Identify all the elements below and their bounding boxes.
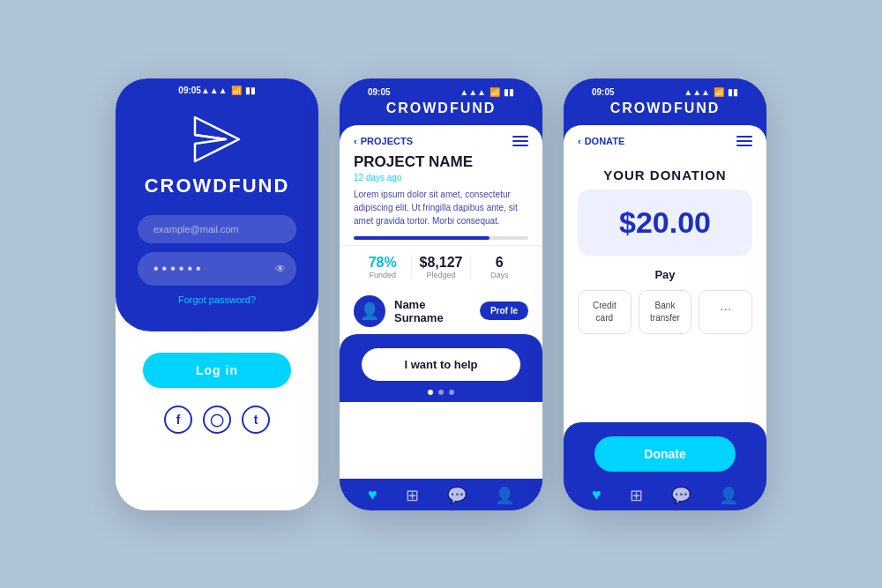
profile-button[interactable]: Prof le (480, 301, 528, 320)
progress-fill (354, 236, 490, 240)
instagram-icon[interactable]: ◯ (203, 406, 231, 434)
status-bar-1: 09:05 ▲▲▲ 📶 ▮▮ (164, 78, 269, 99)
status-bar-2: 09:05 ▲▲▲ 📶 ▮▮ (354, 80, 528, 100)
nav-chat-icon-3[interactable]: 💬 (671, 486, 691, 505)
wifi-icon-3: 📶 (714, 87, 724, 97)
nav-chat-icon[interactable]: 💬 (447, 486, 467, 505)
donate-nav-label: DONATE (585, 136, 625, 146)
nav-heart-icon[interactable]: ♥ (368, 486, 377, 505)
funded-label: Funded (354, 271, 411, 279)
email-field[interactable] (138, 215, 296, 243)
pledged-label: Pledged (412, 271, 469, 279)
carousel-dots (428, 390, 454, 395)
brand-title-1: CROWDFUND (145, 175, 290, 197)
hamburger-icon[interactable] (512, 136, 528, 146)
status-icons-1: ▲▲▲ 📶 ▮▮ (201, 86, 256, 95)
login-bottom-section: Log in f ◯ t (116, 331, 318, 510)
back-button-donate[interactable]: ‹ DONATE (578, 136, 624, 146)
bottom-nav-2: ♥ ⊞ 💬 👤 (340, 479, 542, 510)
nav-grid-icon[interactable]: ⊞ (406, 486, 419, 505)
pay-credit-card[interactable]: Creditcard (578, 290, 632, 334)
funded-value: 78% (354, 255, 411, 271)
bottom-nav-3: ♥ ⊞ 💬 👤 (564, 479, 766, 510)
project-bottom-card: I want to help (340, 334, 542, 402)
donate-bottom-card: Donate (564, 422, 766, 479)
signal-icon-3: ▲▲▲ (684, 87, 710, 97)
projects-label: PROJECTS (361, 136, 413, 146)
eye-icon[interactable]: 👁 (275, 263, 286, 275)
phone-project: 09:05 ▲▲▲ 📶 ▮▮ CROWDFUND ‹ PROJECTS (340, 78, 542, 510)
project-content: ‹ PROJECTS PROJECT NAME 12 days ago Lore… (340, 125, 542, 479)
paper-plane-icon (191, 113, 243, 166)
password-wrapper: 👁 (138, 252, 296, 286)
pledged-value: $8,127 (412, 255, 469, 271)
days-label: Days (471, 271, 528, 279)
brand-title-3: CROWDFUND (578, 100, 752, 116)
donate-header: 09:05 ▲▲▲ 📶 ▮▮ CROWDFUND (564, 78, 766, 125)
donate-content: ‹ DONATE YOUR DONATION $20.00 Pay Credit… (564, 125, 766, 479)
time-3: 09:05 (592, 87, 615, 97)
avatar: 👤 (354, 295, 385, 327)
back-button-project[interactable]: ‹ PROJECTS (354, 136, 413, 146)
progress-bar-container (340, 236, 542, 245)
time-2: 09:05 (368, 87, 391, 97)
want-help-button[interactable]: I want to help (362, 348, 520, 381)
social-icons: f ◯ t (164, 406, 270, 434)
project-description: Lorem ipsum dolor sit amet, consectetur … (340, 188, 542, 236)
dot-1 (428, 390, 433, 395)
password-field[interactable] (138, 252, 296, 286)
wifi-icon-1: 📶 (231, 86, 242, 95)
pay-more[interactable]: ··· (699, 290, 752, 334)
phone-donate: 09:05 ▲▲▲ 📶 ▮▮ CROWDFUND ‹ DONATE (564, 78, 766, 510)
user-avatar-icon: 👤 (360, 301, 379, 321)
nav-heart-icon-3[interactable]: ♥ (592, 486, 602, 505)
chevron-left-icon-3: ‹ (578, 136, 581, 146)
pay-label: Pay (564, 268, 766, 281)
time-1: 09:05 (178, 86, 201, 95)
progress-background (354, 236, 528, 240)
login-button[interactable]: Log in (143, 353, 291, 388)
battery-icon-2: ▮▮ (504, 87, 514, 97)
nav-user-icon-3[interactable]: 👤 (719, 486, 738, 505)
nav-grid-icon-3[interactable]: ⊞ (630, 486, 643, 505)
pledged-stat: $8,127 Pledged (412, 255, 470, 279)
dot-3 (449, 390, 454, 395)
nav-user-icon[interactable]: 👤 (495, 486, 514, 505)
hamburger-icon-3[interactable] (736, 136, 752, 146)
phone-login: 09:05 ▲▲▲ 📶 ▮▮ CROWDFUND (116, 78, 318, 510)
wifi-icon-2: 📶 (490, 87, 500, 97)
status-icons-3: ▲▲▲ 📶 ▮▮ (684, 87, 738, 97)
project-nav: ‹ PROJECTS (340, 125, 542, 153)
days-stat: 6 Days (471, 255, 528, 279)
project-title: PROJECT NAME (340, 153, 542, 173)
project-header: 09:05 ▲▲▲ 📶 ▮▮ CROWDFUND (340, 78, 542, 125)
battery-icon-3: ▮▮ (728, 87, 738, 97)
status-icons-2: ▲▲▲ 📶 ▮▮ (460, 87, 514, 97)
svg-marker-0 (195, 117, 239, 161)
twitter-icon[interactable]: t (242, 406, 270, 434)
more-options-icon: ··· (708, 300, 743, 319)
brand-title-2: CROWDFUND (354, 100, 528, 116)
user-name: Name Surname (394, 298, 471, 324)
signal-icon-2: ▲▲▲ (460, 87, 486, 97)
project-date: 12 days ago (340, 173, 542, 188)
login-top-section: 09:05 ▲▲▲ 📶 ▮▮ CROWDFUND (116, 78, 318, 331)
donation-amount: $20.00 (595, 205, 735, 240)
donation-amount-box: $20.00 (578, 190, 752, 256)
battery-icon-1: ▮▮ (245, 86, 256, 95)
donation-title: YOUR DONATION (564, 153, 766, 190)
status-bar-3: 09:05 ▲▲▲ 📶 ▮▮ (578, 80, 752, 100)
phones-container: 09:05 ▲▲▲ 📶 ▮▮ CROWDFUND (98, 61, 784, 528)
dot-2 (438, 390, 444, 395)
pay-bank-transfer[interactable]: Banktransfer (639, 290, 692, 334)
chevron-left-icon: ‹ (354, 136, 357, 146)
signal-icon-1: ▲▲▲ (201, 86, 228, 95)
pay-options: Creditcard Banktransfer ··· (564, 290, 766, 346)
donate-nav: ‹ DONATE (564, 125, 766, 153)
stats-row: 78% Funded $8,127 Pledged 6 Days (340, 245, 542, 288)
svg-line-1 (195, 135, 226, 139)
donate-button[interactable]: Donate (594, 436, 736, 472)
facebook-icon[interactable]: f (164, 406, 192, 434)
forgot-password-link[interactable]: Forgot password? (138, 294, 296, 305)
funded-stat: 78% Funded (354, 255, 412, 279)
